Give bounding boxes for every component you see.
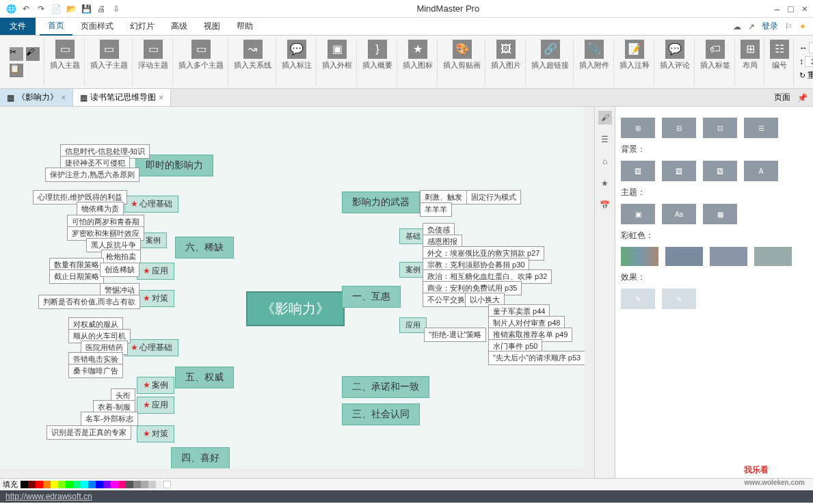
file-menu[interactable]: 文件 [0, 18, 36, 35]
tab-home[interactable]: 首页 [40, 17, 72, 36]
theme-tile-3[interactable]: ▦ [703, 204, 737, 224]
minimize-button[interactable]: – [775, 3, 780, 14]
branch-node[interactable]: 六、稀缺 [175, 237, 234, 258]
calendar-icon[interactable]: 📅 [598, 198, 612, 212]
rainbow-tile-2[interactable] [665, 247, 703, 266]
color-swatch[interactable] [126, 481, 133, 488]
leaf-node[interactable]: 保护注意力,熟悉六条原则 [45, 168, 139, 182]
save-icon[interactable]: 💾 [81, 3, 92, 14]
leaf-node[interactable]: 判断是否有价值,而非占有欲 [38, 295, 140, 309]
reset-button[interactable]: ↻ 重置 [799, 70, 813, 81]
open-icon[interactable]: 📂 [66, 3, 77, 14]
close-button[interactable]: × [802, 3, 808, 14]
color-swatch[interactable] [141, 481, 148, 488]
insert-subtopic[interactable]: ▭插入子主题 [86, 38, 133, 86]
leaf-node[interactable]: 固定行为模式 [466, 190, 521, 204]
insert-topic[interactable]: ▭插入主题 [46, 38, 85, 86]
sub-node[interactable]: ★对策 [137, 290, 174, 307]
tab-advanced[interactable]: 高级 [163, 18, 196, 35]
color-swatch[interactable] [21, 481, 28, 488]
layout-tile-2[interactable]: ⊟ [662, 118, 696, 138]
leaf-node[interactable]: 识别是否是正真的专家 [46, 425, 131, 440]
bg-tile-4[interactable]: A [744, 161, 778, 181]
cloud-icon[interactable]: ☁ [733, 22, 741, 31]
pin-icon[interactable]: 📌 [797, 93, 813, 103]
insert-boundary[interactable]: ▣插入外框 [318, 38, 357, 86]
sub-node[interactable]: 应用 [399, 317, 427, 333]
color-swatch[interactable] [103, 481, 111, 488]
leaf-node[interactable]: 羊羊羊 [420, 202, 452, 217]
undo-icon[interactable]: ↶ [21, 3, 31, 14]
color-swatch[interactable] [88, 481, 96, 488]
color-swatch[interactable] [163, 481, 171, 488]
login-link[interactable]: 登录 [762, 21, 778, 32]
leaf-node[interactable]: "先大后小"的请求顺序 p53 [488, 351, 585, 365]
flag-icon[interactable]: ⚐ [785, 22, 792, 31]
tab-page-style[interactable]: 页面样式 [72, 18, 122, 35]
bg-tile-3[interactable]: 🖼 [703, 161, 737, 181]
vertical-scrollbar[interactable] [585, 107, 594, 478]
leaf-node[interactable]: 物依稀为贵 [77, 202, 124, 216]
layout-tile-4[interactable]: ☰ [744, 118, 778, 138]
insert-summary[interactable]: }插入概要 [358, 38, 397, 86]
color-swatch[interactable] [111, 481, 118, 488]
rainbow-tile-3[interactable] [710, 247, 747, 266]
branch-node[interactable]: 一、互惠 [342, 286, 401, 308]
branch-node[interactable]: 二、承诺和一致 [342, 376, 429, 398]
branch-node[interactable]: 影响力的武器 [342, 191, 420, 213]
close-tab-icon[interactable]: × [61, 93, 66, 103]
maximize-button[interactable]: □ [788, 3, 793, 14]
leaf-node[interactable]: 不公平交换 [423, 293, 470, 307]
color-swatch[interactable] [66, 481, 73, 488]
leaf-node[interactable]: 枪炮拍卖 [101, 250, 141, 264]
cut-icon[interactable]: ✂ [10, 47, 23, 61]
color-swatch[interactable] [43, 481, 51, 488]
export-icon[interactable]: ⇩ [111, 3, 122, 14]
color-swatch[interactable] [148, 481, 156, 488]
status-link[interactable]: http://www.edrawsoft.cn [5, 492, 92, 501]
globe-icon[interactable]: 🌐 [5, 3, 16, 14]
leaf-node[interactable]: 截止日期策略 [49, 269, 104, 284]
color-swatch[interactable] [73, 481, 81, 488]
color-swatch[interactable] [58, 481, 66, 488]
rainbow-tile-1[interactable] [621, 247, 658, 266]
numbering-button[interactable]: ☷编号 [766, 38, 794, 86]
insert-tag[interactable]: 🏷插入标签 [696, 38, 735, 86]
color-swatch[interactable] [133, 481, 141, 488]
effect-tile-1[interactable]: ✎ [621, 289, 655, 309]
sub-node[interactable]: ★心理基础 [124, 196, 178, 213]
color-swatch[interactable] [96, 481, 103, 488]
color-swatch[interactable] [36, 481, 43, 488]
sub-node[interactable]: ★案例 [137, 377, 174, 394]
insert-relationship[interactable]: ↝插入关系线 [230, 38, 276, 86]
branch-node[interactable]: 四、喜好 [171, 447, 230, 469]
leaf-node[interactable]: "拒绝-退让"策略 [424, 328, 486, 342]
tab-view[interactable]: 视图 [196, 18, 228, 35]
branch-node[interactable]: 五、权威 [175, 367, 234, 388]
paste-icon[interactable]: 📋 [10, 64, 23, 77]
layout-tile-3[interactable]: ⊡ [703, 118, 737, 138]
sub-node[interactable]: ★心理基础 [124, 339, 178, 356]
insert-mark-icon[interactable]: ★插入图标 [399, 38, 438, 86]
color-swatch[interactable] [118, 481, 126, 488]
layout-tile-1[interactable]: ⊞ [621, 118, 655, 138]
theme-tile-2[interactable]: Aa [662, 204, 696, 224]
vspacing-input[interactable] [805, 56, 813, 67]
color-swatch[interactable] [156, 481, 163, 488]
print-icon[interactable]: 🖨 [96, 3, 107, 14]
star-icon[interactable]: ★ [598, 176, 612, 190]
app-icon[interactable]: ✦ [799, 22, 806, 31]
center-node[interactable]: 《影响力》 [246, 291, 345, 326]
doc-tab-2[interactable]: ▦ 读书笔记思维导图 × [73, 89, 171, 106]
layout-button[interactable]: ⊞布局 [736, 38, 764, 86]
leaf-node[interactable]: 桑卡咖啡广告 [68, 364, 123, 378]
new-icon[interactable]: 📄 [51, 3, 62, 14]
insert-attachment[interactable]: 📎插入附件 [575, 38, 614, 86]
bg-tile-2[interactable]: 🖼 [662, 161, 696, 181]
insert-comment[interactable]: 💬插入评论 [656, 38, 695, 86]
floating-topic[interactable]: ▭浮动主题 [134, 38, 173, 86]
leaf-node[interactable]: 名车-外部标志 [81, 412, 138, 426]
format-brush-icon[interactable]: 🖌 [26, 47, 40, 61]
sub-node[interactable]: ★对策 [137, 425, 174, 442]
rainbow-tile-4[interactable] [754, 247, 792, 266]
